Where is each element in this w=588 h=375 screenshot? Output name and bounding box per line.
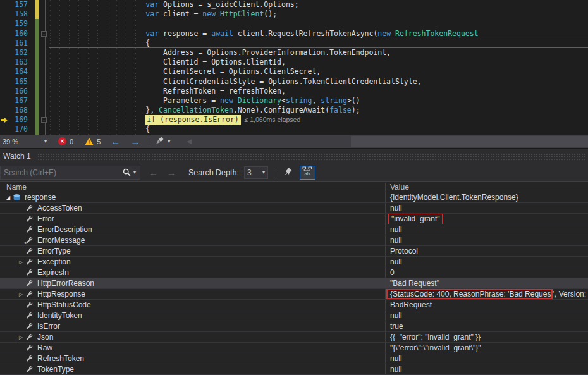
code-text[interactable]: var response = await client.RequestRefre… — [49, 29, 588, 39]
glyph-margin[interactable] — [0, 58, 10, 67]
value-cell[interactable]: {IdentityModel.Client.TokenResponse} — [386, 192, 588, 202]
code-text[interactable]: Address = Options.ProviderInformation.To… — [49, 48, 588, 58]
column-header-value[interactable]: Value — [386, 183, 588, 192]
code-text[interactable]: }, CancellationToken.None).ConfigureAwai… — [49, 106, 588, 115]
watch-panel-titlebar[interactable]: Watch 1 — [0, 149, 588, 163]
code-line[interactable]: 162 Address = Options.ProviderInformatio… — [0, 48, 588, 58]
glyph-margin[interactable] — [0, 96, 10, 106]
name-cell[interactable]: ExpiresIn — [0, 267, 386, 278]
value-cell[interactable]: "Bad Request" — [386, 278, 588, 288]
name-cell[interactable]: ◢response — [0, 192, 386, 202]
error-icon[interactable]: ✕ — [58, 137, 66, 145]
code-text[interactable] — [49, 19, 588, 28]
watch-search-box[interactable]: ▾ — [0, 166, 140, 180]
code-line[interactable]: 161 { — [0, 39, 588, 48]
glyph-margin[interactable] — [0, 77, 10, 87]
code-line[interactable]: 159 — [0, 19, 588, 28]
value-cell[interactable]: "invalid_grant" — [386, 214, 588, 224]
code-text[interactable]: Parameters = new Dictionary<string, stri… — [49, 96, 588, 106]
name-cell[interactable]: Error — [0, 214, 386, 224]
expander-collapsed-icon[interactable]: ▷ — [16, 335, 25, 340]
value-cell[interactable]: "{\"error\":\"invalid_grant\"}" — [386, 343, 588, 353]
next-issue-arrow-icon[interactable]: → — [130, 136, 140, 147]
value-cell[interactable]: null — [386, 224, 588, 235]
code-line[interactable]: 167 Parameters = new Dictionary<string, … — [0, 96, 588, 106]
name-cell[interactable]: AccessToken — [0, 203, 386, 213]
watch-row[interactable]: TokenTypenull — [0, 364, 588, 375]
expander-collapsed-icon[interactable]: ▷ — [16, 292, 25, 297]
collapse-toggle-icon[interactable]: − — [41, 117, 47, 123]
watch-row[interactable]: ▷Exceptionnull — [0, 257, 588, 267]
warning-icon[interactable]: ! — [85, 138, 94, 145]
watch-row[interactable]: HttpStatusCodeBadRequest — [0, 300, 588, 310]
code-line[interactable]: 160− var response = await client.Request… — [0, 29, 588, 39]
expander-collapsed-icon[interactable]: ▷ — [16, 259, 25, 265]
glyph-margin[interactable] — [0, 125, 10, 134]
code-text[interactable]: { — [49, 125, 588, 134]
horizontal-scrollbar-thumb[interactable] — [351, 136, 588, 147]
name-cell[interactable]: ▷Exception — [0, 257, 386, 267]
glyph-margin[interactable] — [0, 115, 10, 125]
watch-row[interactable]: IdentityTokennull — [0, 310, 588, 321]
pin-properties-button[interactable] — [282, 166, 296, 180]
code-text[interactable]: var Options = s_oidcClient.Options; — [49, 0, 588, 9]
search-prev-arrow-icon[interactable]: ← — [149, 168, 158, 178]
glyph-margin[interactable] — [0, 0, 10, 9]
watch-row[interactable]: ★ErrorMessagenull — [0, 235, 588, 246]
name-cell[interactable]: ErrorType — [0, 246, 386, 256]
value-cell[interactable]: true — [386, 321, 588, 331]
code-line[interactable]: 170 { — [0, 125, 588, 134]
code-text[interactable]: RefreshToken = refreshToken, — [49, 87, 588, 96]
glyph-margin[interactable] — [0, 39, 10, 48]
value-cell[interactable]: null — [386, 257, 588, 267]
previous-issue-arrow-icon[interactable]: ← — [111, 136, 120, 147]
name-cell[interactable]: HttpStatusCode — [0, 300, 386, 310]
code-line[interactable]: 165 ClientCredentialStyle = Options.Toke… — [0, 77, 588, 87]
column-header-name[interactable]: Name — [0, 183, 386, 192]
name-cell[interactable]: Raw — [0, 343, 386, 353]
code-text[interactable]: { — [49, 39, 588, 48]
name-cell[interactable]: IdentityToken — [0, 310, 386, 321]
scroll-left-icon[interactable]: ◀ — [187, 137, 192, 145]
name-cell[interactable]: ▷Json — [0, 332, 386, 342]
expander-expanded-icon[interactable]: ◢ — [4, 195, 13, 200]
code-cleanup-button[interactable]: ▾ — [156, 137, 170, 146]
search-next-arrow-icon[interactable]: → — [167, 168, 176, 178]
glyph-margin[interactable] — [0, 87, 10, 96]
code-text[interactable]: ClientSecret = Options.ClientSecret, — [49, 67, 588, 77]
value-cell[interactable]: null — [386, 353, 588, 364]
value-cell[interactable]: null — [386, 235, 588, 245]
code-line[interactable]: 169− if (response.IsError) ≤ 1,060ms ela… — [0, 115, 588, 125]
name-cell[interactable]: ErrorDescription — [0, 224, 386, 235]
code-text[interactable]: ClientId = Options.ClientId, — [49, 58, 588, 67]
watch-row[interactable]: ExpiresIn0 — [0, 267, 588, 278]
code-line[interactable]: 157 var Options = s_oidcClient.Options; — [0, 0, 588, 9]
glyph-margin[interactable] — [0, 29, 10, 39]
value-cell[interactable]: null — [386, 310, 588, 321]
value-cell[interactable]: 0 — [386, 267, 588, 278]
code-text[interactable]: if (response.IsError) ≤ 1,060ms elapsed — [49, 115, 588, 125]
collapse-toggle-icon[interactable]: − — [41, 31, 47, 37]
value-cell[interactable]: null — [386, 203, 588, 213]
name-cell[interactable]: IsError — [0, 321, 386, 331]
name-cell[interactable]: RefreshToken — [0, 353, 386, 364]
glyph-margin[interactable] — [0, 106, 10, 115]
search-depth-select[interactable]: 3 ▾ — [244, 166, 268, 179]
glyph-margin[interactable] — [0, 9, 10, 19]
watch-row[interactable]: ▷HttpResponse{StatusCode: 400, ReasonPhr… — [0, 289, 588, 300]
name-cell[interactable]: TokenType — [0, 364, 386, 374]
watch-row[interactable]: ◢response{IdentityModel.Client.TokenResp… — [0, 192, 588, 203]
code-line[interactable]: 158 var client = new HttpClient(); — [0, 9, 588, 19]
name-cell[interactable]: ★ErrorMessage — [0, 235, 386, 245]
search-input[interactable] — [1, 168, 120, 177]
format-values-toggle-button[interactable]: ab — [300, 166, 315, 180]
glyph-margin[interactable] — [0, 67, 10, 77]
code-line[interactable]: 166 RefreshToken = refreshToken, — [0, 87, 588, 96]
glyph-margin[interactable] — [0, 48, 10, 58]
zoom-select[interactable]: 39 % ▾ — [0, 138, 47, 145]
value-cell[interactable]: BadRequest — [386, 300, 588, 310]
code-text[interactable]: ClientCredentialStyle = Options.TokenCli… — [49, 77, 588, 87]
watch-row[interactable]: HttpErrorReason"Bad Request" — [0, 278, 588, 289]
watch-row[interactable]: ErrorDescriptionnull — [0, 224, 588, 235]
name-cell[interactable]: ▷HttpResponse — [0, 289, 386, 299]
